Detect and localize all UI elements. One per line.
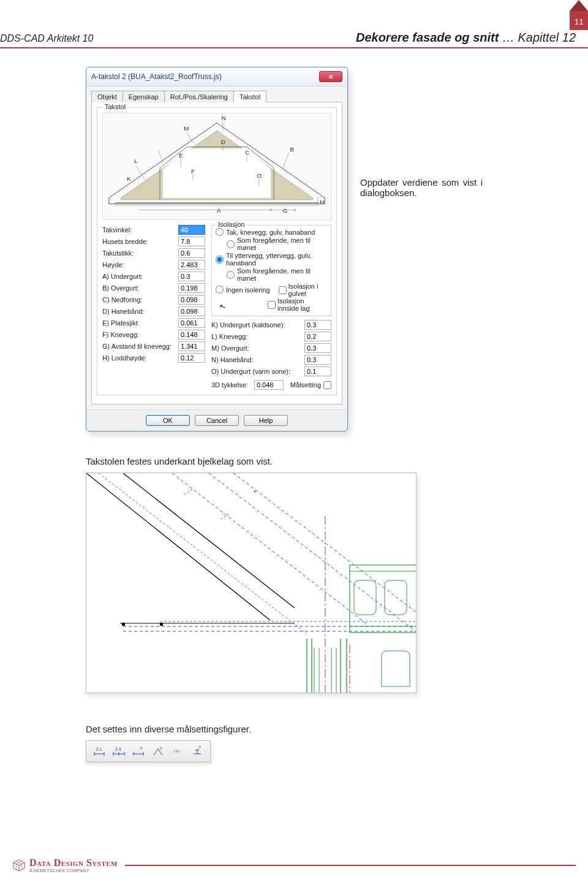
isolasjon-groupbox: Isolasjon Tak, knevegg, gulv, hanaband S… [211,225,331,316]
radio-iso-3-label: Til yttervegg, yttervegg, gulv, hanaband [226,252,327,267]
svg-text:?: ? [198,745,201,750]
svg-line-19 [86,473,270,620]
caption-2: Det settes inn diverse målsettingsfigure… [86,724,551,734]
radio-iso-4[interactable] [227,271,235,279]
input-d-haneband[interactable] [178,306,205,316]
svg-text:2.4: 2.4 [115,747,121,751]
dds-logo-icon [12,859,26,872]
svg-rect-45 [122,623,125,626]
label-husets-bredde: Husets bredde: [102,238,178,245]
dim-horizontal-button[interactable]: 2.1 [91,744,107,759]
check-malsetting[interactable] [323,381,331,389]
diagram-label-N: N [222,115,226,121]
side-note-text: Oppdater verdiene som vist i dialogbokse… [360,67,483,198]
svg-line-14 [283,153,289,167]
dialog-button-row: OK Cancel Help [86,409,347,431]
diagram-label-C: C [245,149,249,156]
groupbox-title: Takstol [102,103,128,110]
input-c-nedforing[interactable] [178,295,205,305]
dim-text-button[interactable]: ↑?↑ [170,744,186,759]
header-chapter: … Kapittel 12 [499,31,576,44]
diagram-label-D: D [221,139,225,145]
input-o-undergurt[interactable] [304,367,331,376]
svg-point-31 [254,491,256,493]
input-n-haneband[interactable] [304,355,331,365]
label-a-undergurt: A) Undergurt: [102,273,178,280]
input-takvinkel[interactable] [178,225,205,235]
radio-iso-4-label: Som foregående, men til mønet [237,267,327,282]
diagram-label-E: E [179,152,183,159]
page-footer: Data Design System A NEMETSCHEK COMPANY [12,858,576,873]
label-takutstikk: Takutstikk: [102,249,178,257]
radio-iso-2-label: Som foregående, men til mønet [237,237,327,251]
cancel-button[interactable]: Cancel [195,415,239,426]
input-k-undergurt[interactable] [304,320,331,330]
page-number-badge: 11 [570,11,588,30]
footer-rule [125,865,576,866]
input-3d-tykkelse[interactable] [254,380,284,390]
diagram-label-F: F [191,168,195,175]
svg-line-7 [187,132,193,143]
label-o-undergurt: O) Undergurt (varm sone): [211,368,304,375]
svg-text:2.1: 2.1 [96,747,102,751]
detail-illustration [86,473,417,693]
diagram-label-B: B [290,146,294,153]
radio-iso-1-label: Tak, knevegg, gulv, hanaband [226,229,315,236]
radio-iso-2[interactable] [227,240,235,248]
svg-line-29 [184,488,194,495]
input-l-knevegg[interactable] [304,332,331,341]
header-right: Dekorere fasade og snitt … Kapittel 12 [356,31,576,45]
footer-logo: Data Design System A NEMETSCHEK COMPANY [12,858,118,873]
svg-line-30 [221,513,230,519]
input-e-platesjikt[interactable] [178,318,205,328]
label-k-undergurt: K) Undergurt (kaldsone): [211,321,304,329]
tab-rot-pos[interactable]: Rot./Pos./Skalering [164,91,234,102]
radio-iso-5[interactable] [216,286,224,294]
label-n-haneband: N) Hanebånd: [211,356,304,363]
close-button[interactable]: ✕ [319,71,342,82]
input-b-overgurt[interactable] [178,283,205,293]
label-d-haneband: D) Hanebånd: [102,308,178,315]
input-takutstikk[interactable] [178,248,205,258]
footer-brand: Data Design System [29,858,118,868]
help-button[interactable]: Help [244,415,288,426]
label-m-overgurt: M) Overgurt: [211,344,304,352]
radio-iso-3[interactable] [216,256,224,264]
diagram-label-O: O [257,172,262,179]
input-g-avstand[interactable] [178,341,205,351]
footer-subtitle: A NEMETSCHEK COMPANY [29,868,118,873]
input-hoyde[interactable] [178,260,205,270]
svg-line-6 [158,150,163,162]
diagram-label-G: G [283,207,288,214]
label-f-knevegg: F) Knevegg: [102,331,178,338]
dim-elevation-button[interactable]: ? [189,744,205,759]
svg-text:?: ? [159,746,162,751]
check-iso-gulvet[interactable] [279,286,287,294]
input-husets-bredde[interactable] [178,237,205,246]
dialog-titlebar: A-takstol 2 (BUA_Atakst2_RoofTruss.js) ✕ [86,67,347,86]
input-m-overgurt[interactable] [304,343,331,353]
diagram-label-K: K [127,175,131,182]
ok-button[interactable]: OK [146,415,190,426]
input-h-loddhoyde[interactable] [178,353,205,363]
svg-rect-46 [160,623,163,626]
radio-iso-1[interactable] [216,228,224,236]
dialog-tabs: Objekt Egenskap Rot./Pos./Skalering Taks… [86,86,347,102]
roof-truss-dialog: A-takstol 2 (BUA_Atakst2_RoofTruss.js) ✕… [86,67,348,431]
tab-takstol[interactable]: Takstol [233,91,266,102]
label-l-knevegg: L) Knevegg: [211,333,304,340]
dim-angle-button[interactable]: ? [150,744,166,759]
page-header: DDS-CAD Arkitekt 10 Dekorere fasade og s… [0,0,588,48]
svg-line-5 [136,165,145,180]
tab-egenskap[interactable]: Egenskap [123,91,165,102]
tab-objekt[interactable]: Objekt [91,91,123,102]
label-e-platesjikt: E) Platesjikt [102,319,178,327]
label-g-avstand: G) Avstand til knevegg: [102,343,178,350]
input-f-knevegg[interactable] [178,330,205,340]
diagram-label-H: H [320,199,324,205]
input-a-undergurt[interactable] [178,272,205,281]
check-iso-innside[interactable] [268,301,276,309]
check-iso-innside-label: Isolasjon innside lag [277,297,327,312]
dim-linear-button[interactable]: ? [130,744,146,759]
dim-chain-button[interactable]: 2.4 [111,744,127,759]
